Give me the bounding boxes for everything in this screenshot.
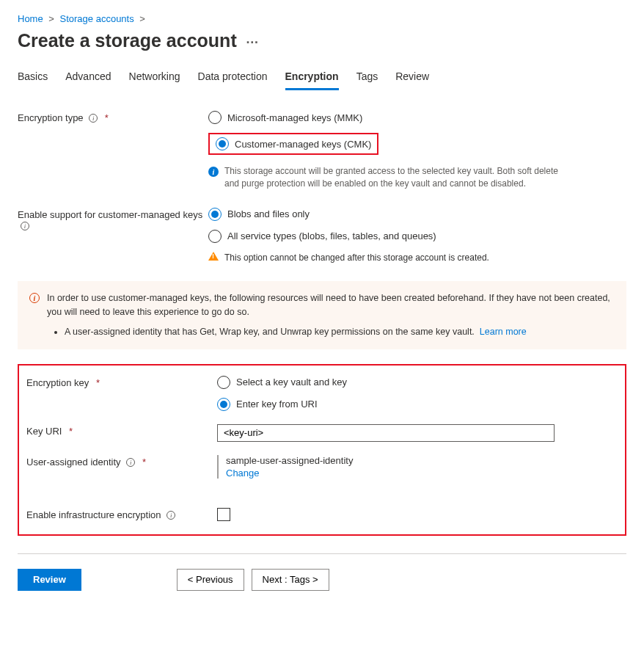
chevron-right-icon: > [48, 13, 54, 24]
radio-blobs-files[interactable]: Blobs and files only [208, 208, 575, 221]
radio-icon [208, 208, 222, 221]
previous-button[interactable]: < Previous [177, 569, 244, 591]
label-encryption-type: Encryption type i * [18, 111, 208, 123]
info-icon[interactable]: i [89, 114, 98, 123]
radio-enter-uri[interactable]: Enter key from URI [217, 398, 584, 411]
radio-select-keyvault[interactable]: Select a key vault and key [217, 376, 584, 389]
info-icon: i [29, 293, 40, 303]
breadcrumb-storage-accounts[interactable]: Storage accounts [60, 13, 134, 24]
info-icon[interactable]: i [126, 458, 135, 467]
info-icon[interactable]: i [21, 222, 29, 230]
divider [18, 553, 626, 554]
breadcrumb: Home > Storage accounts > [18, 13, 626, 24]
radio-mmk[interactable]: Microsoft-managed keys (MMK) [208, 111, 575, 124]
radio-icon [217, 398, 230, 411]
infra-encryption-checkbox[interactable] [217, 508, 230, 521]
info-icon: i [208, 167, 219, 177]
breadcrumb-home[interactable]: Home [18, 13, 43, 24]
label-key-uri: Key URI * [26, 424, 217, 437]
radio-all-services[interactable]: All service types (blobs, files, tables,… [208, 230, 575, 243]
info-icon[interactable]: i [167, 511, 175, 520]
page-title: Create a storage account … [18, 30, 626, 51]
learn-more-link[interactable]: Learn more [480, 327, 527, 337]
tab-advanced[interactable]: Advanced [65, 70, 111, 90]
more-icon[interactable]: … [246, 32, 260, 47]
info-banner: i In order to use customer-managed keys,… [18, 281, 626, 349]
tab-encryption[interactable]: Encryption [285, 70, 339, 90]
warn-text-support: This option cannot be changed after this… [224, 252, 489, 264]
radio-icon [217, 376, 230, 389]
tab-networking[interactable]: Networking [129, 70, 180, 90]
tab-tags[interactable]: Tags [356, 70, 378, 90]
info-text-cmk: This storage account will be granted acc… [224, 165, 575, 190]
highlighted-section: Encryption key * Select a key vault and … [18, 364, 626, 536]
radio-icon [216, 137, 229, 150]
radio-cmk[interactable]: Customer-managed keys (CMK) [216, 137, 371, 150]
tab-review[interactable]: Review [395, 70, 429, 90]
label-infra-encryption: Enable infrastructure encryption i [26, 508, 217, 520]
identity-value: sample-user-assigned-identity [226, 455, 584, 466]
next-button[interactable]: Next : Tags > [252, 569, 329, 591]
chevron-right-icon: > [139, 13, 145, 24]
tab-basics[interactable]: Basics [18, 70, 48, 90]
key-uri-input[interactable] [217, 424, 555, 442]
warning-icon [208, 252, 219, 261]
tabs: Basics Advanced Networking Data protecti… [18, 70, 626, 90]
change-identity-link[interactable]: Change [226, 468, 584, 479]
label-user-assigned-identity: User-assigned identity i * [26, 455, 217, 468]
label-support-cmk: Enable support for customer-managed keys… [18, 208, 208, 231]
radio-icon [208, 230, 222, 243]
review-button[interactable]: Review [18, 569, 81, 591]
footer-buttons: Review < Previous Next : Tags > [18, 569, 626, 591]
radio-icon [208, 111, 222, 124]
tab-data-protection[interactable]: Data protection [198, 70, 268, 90]
label-encryption-key: Encryption key * [26, 376, 217, 388]
